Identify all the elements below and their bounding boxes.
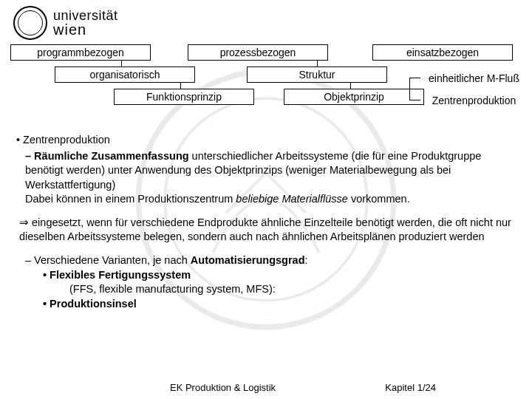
p1-line2b: vorkommen.: [348, 193, 410, 205]
flex-subtext: (FFS, flexible manufacturing system, MFS…: [69, 282, 516, 297]
logo-line1: universität: [53, 9, 118, 22]
university-logo-text: universität wien: [53, 9, 118, 37]
box-objektprinzip: Objektprinzip: [284, 89, 424, 105]
p3-bold: Automatisierungsgrad: [191, 254, 305, 266]
bullet-produktionsinsel: • Produktionsinsel: [43, 297, 516, 312]
box-struktur: Struktur: [247, 66, 387, 83]
university-seal-icon: [13, 6, 47, 40]
p1-italic: beliebige Materialflüsse: [236, 193, 348, 205]
classification-diagram: programmbezogen prozessbezogen einsatzbe…: [10, 44, 522, 133]
connector-line: [409, 100, 420, 100]
header: universität wien: [0, 0, 532, 43]
variants-heading: – Verschiedene Varianten, je nach Automa…: [25, 253, 516, 268]
p1-line2a: Dabei können in einem Produktionszentrum: [25, 193, 236, 205]
paragraph-eingesetzt: ⇒ eingesetzt, wenn für verschiedene Endp…: [19, 216, 516, 245]
p1-lead: – Räumliche Zusammenfassung: [25, 150, 189, 162]
connector-line: [317, 61, 318, 66]
box-prozessbezogen: prozessbezogen: [188, 44, 328, 61]
connector-line: [180, 83, 181, 89]
paragraph-raeumliche: – Räumliche Zusammenfassung unterschiedl…: [25, 149, 516, 207]
label-einheitlicher-mfluss: einheitlicher M-Fluß: [420, 70, 528, 86]
box-programmbezogen: programmbezogen: [10, 44, 151, 61]
connector-line: [409, 78, 420, 78]
p3-colon: :: [305, 254, 308, 266]
connector-line: [350, 83, 351, 89]
footer-left: EK Produktion & Logistik: [170, 382, 276, 393]
box-funktionsprinzip: Funktionsprinzip: [114, 89, 254, 105]
connector-line: [409, 78, 410, 100]
p3-lead: – Verschiedene Varianten, je nach: [25, 254, 191, 266]
logo-line2: wien: [53, 22, 118, 37]
footer: EK Produktion & Logistik Kapitel 1/24: [0, 382, 532, 393]
box-einsatzbezogen: einsatzbezogen: [372, 44, 513, 61]
label-zentrenproduktion: Zentrenproduktion: [420, 92, 528, 109]
main-heading: • Zentrenproduktion: [16, 133, 516, 148]
variants-block: – Verschiedene Varianten, je nach Automa…: [25, 253, 516, 311]
footer-right: Kapitel 1/24: [385, 382, 436, 393]
bullet-flexibles: • Flexibles Fertigungssystem: [43, 268, 516, 283]
connector-line: [121, 61, 122, 66]
box-organisatorisch: organisatorisch: [55, 66, 195, 83]
slide-content: • Zentrenproduktion – Räumliche Zusammen…: [0, 133, 532, 311]
